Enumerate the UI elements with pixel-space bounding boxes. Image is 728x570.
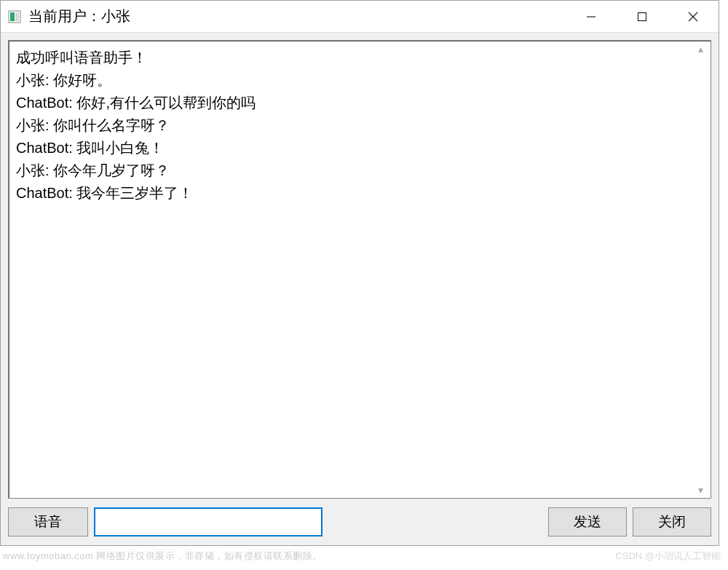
scroll-down-icon[interactable]: ▾ xyxy=(693,485,708,495)
svg-rect-4 xyxy=(638,12,646,20)
chat-line: 小张: 你好呀。 xyxy=(16,69,703,92)
app-window: 当前用户：小张 成功呼叫语音助手！ 小张: 你好呀。 ChatBot: 你好,有… xyxy=(0,0,719,546)
maximize-button[interactable] xyxy=(617,1,668,32)
window-title: 当前用户：小张 xyxy=(28,7,566,26)
close-button[interactable]: 关闭 xyxy=(633,507,711,537)
chat-log[interactable]: 成功呼叫语音助手！ 小张: 你好呀。 ChatBot: 你好,有什么可以帮到你的… xyxy=(8,40,711,499)
svg-rect-2 xyxy=(15,12,19,21)
chat-line: 成功呼叫语音助手！ xyxy=(16,47,703,69)
content-area: 成功呼叫语音助手！ 小张: 你好呀。 ChatBot: 你好,有什么可以帮到你的… xyxy=(1,33,719,545)
scrollbar[interactable]: ▴ ▾ xyxy=(693,44,708,495)
chat-line: ChatBot: 我今年三岁半了！ xyxy=(16,182,703,205)
voice-button[interactable]: 语音 xyxy=(8,507,88,537)
chat-line: ChatBot: 我叫小白兔！ xyxy=(16,137,703,159)
window-controls xyxy=(566,1,719,32)
svg-rect-1 xyxy=(10,12,15,21)
chat-line: 小张: 你叫什么名字呀？ xyxy=(16,114,703,137)
app-icon xyxy=(8,10,21,23)
watermark-left: www.toymoban.com 网络图片仅供展示，非存储，如有侵权请联系删除。 xyxy=(3,550,323,563)
watermark-right: CSDN @小胡说人工智能 xyxy=(615,550,721,563)
close-window-button[interactable] xyxy=(668,1,719,32)
send-button[interactable]: 发送 xyxy=(548,507,627,537)
minimize-button[interactable] xyxy=(566,1,617,32)
chat-line: ChatBot: 你好,有什么可以帮到你的吗 xyxy=(16,92,703,114)
titlebar: 当前用户：小张 xyxy=(1,1,719,33)
message-input[interactable] xyxy=(94,507,323,537)
scroll-up-icon[interactable]: ▴ xyxy=(693,44,708,54)
chat-line: 小张: 你今年几岁了呀？ xyxy=(16,159,703,182)
bottom-bar: 语音 发送 关闭 xyxy=(8,499,711,538)
